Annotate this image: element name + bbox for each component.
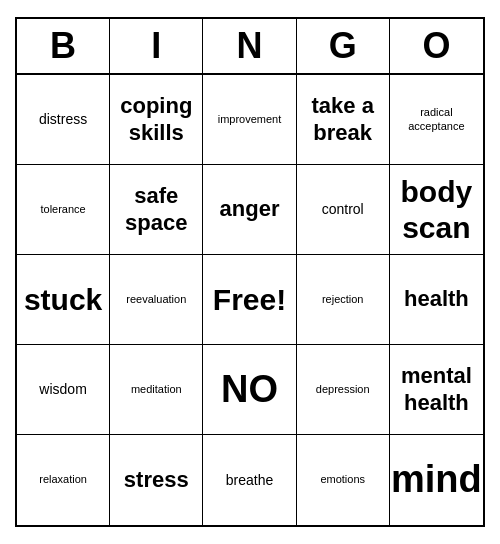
cell-text: NO	[221, 367, 278, 413]
cell-text: reevaluation	[126, 293, 186, 306]
cell-text: rejection	[322, 293, 364, 306]
bingo-header: BINGO	[17, 19, 483, 75]
header-letter: O	[390, 19, 483, 73]
cell-r3-c3: depression	[297, 345, 390, 435]
cell-r2-c0: stuck	[17, 255, 110, 345]
cell-r4-c2: breathe	[203, 435, 296, 525]
cell-r1-c3: control	[297, 165, 390, 255]
header-letter: N	[203, 19, 296, 73]
cell-r1-c0: tolerance	[17, 165, 110, 255]
cell-text: stress	[124, 467, 189, 493]
cell-r2-c1: reevaluation	[110, 255, 203, 345]
cell-text: control	[322, 201, 364, 218]
cell-r2-c2: Free!	[203, 255, 296, 345]
cell-text: distress	[39, 111, 87, 128]
cell-r0-c0: distress	[17, 75, 110, 165]
cell-text: mind	[391, 457, 482, 503]
cell-r4-c4: mind	[390, 435, 483, 525]
cell-text: body scan	[396, 174, 477, 246]
header-letter: I	[110, 19, 203, 73]
cell-r4-c3: emotions	[297, 435, 390, 525]
cell-r1-c1: safe space	[110, 165, 203, 255]
cell-r3-c4: mental health	[390, 345, 483, 435]
cell-text: take a break	[303, 93, 383, 146]
cell-text: stuck	[24, 282, 102, 318]
cell-text: coping skills	[116, 93, 196, 146]
cell-r0-c2: improvement	[203, 75, 296, 165]
cell-text: Free!	[213, 282, 286, 318]
cell-text: wisdom	[39, 381, 86, 398]
cell-text: safe space	[116, 183, 196, 236]
cell-r4-c1: stress	[110, 435, 203, 525]
cell-text: tolerance	[40, 203, 85, 216]
cell-text: mental health	[396, 363, 477, 416]
cell-text: breathe	[226, 472, 273, 489]
cell-text: emotions	[320, 473, 365, 486]
header-letter: B	[17, 19, 110, 73]
cell-r3-c2: NO	[203, 345, 296, 435]
cell-text: relaxation	[39, 473, 87, 486]
cell-text: meditation	[131, 383, 182, 396]
cell-r0-c1: coping skills	[110, 75, 203, 165]
cell-r0-c3: take a break	[297, 75, 390, 165]
cell-r2-c4: health	[390, 255, 483, 345]
bingo-grid: distresscoping skillsimprovementtake a b…	[17, 75, 483, 525]
cell-text: radical acceptance	[396, 106, 477, 132]
cell-r4-c0: relaxation	[17, 435, 110, 525]
cell-r1-c4: body scan	[390, 165, 483, 255]
cell-text: health	[404, 286, 469, 312]
header-letter: G	[297, 19, 390, 73]
cell-r3-c1: meditation	[110, 345, 203, 435]
cell-r3-c0: wisdom	[17, 345, 110, 435]
cell-text: depression	[316, 383, 370, 396]
cell-r0-c4: radical acceptance	[390, 75, 483, 165]
cell-r2-c3: rejection	[297, 255, 390, 345]
cell-text: improvement	[218, 113, 282, 126]
bingo-card: BINGO distresscoping skillsimprovementta…	[15, 17, 485, 527]
cell-text: anger	[220, 196, 280, 222]
cell-r1-c2: anger	[203, 165, 296, 255]
